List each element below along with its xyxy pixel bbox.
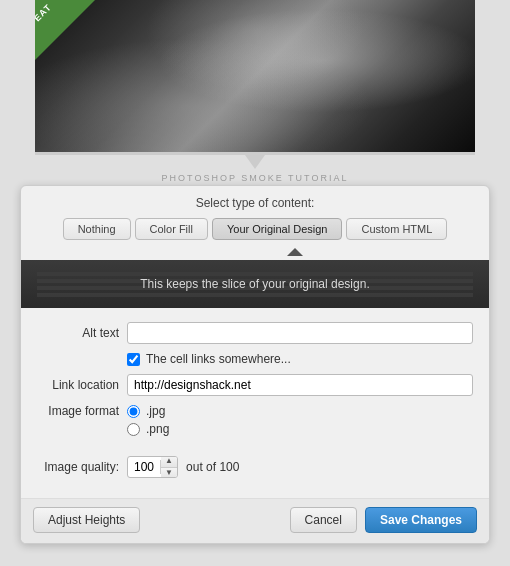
- tabs-row: Nothing Color Fill Your Original Design …: [21, 218, 489, 248]
- image-background: [35, 0, 475, 152]
- image-format-row: Image format .jpg .png: [37, 404, 473, 448]
- image-quality-row: Image quality: 100 ▲ ▼ out of 100: [37, 456, 473, 478]
- jpg-option: .jpg: [127, 404, 169, 418]
- stepper-buttons: ▲ ▼: [161, 456, 177, 478]
- tab-nothing[interactable]: Nothing: [63, 218, 131, 240]
- jpg-radio[interactable]: [127, 405, 140, 418]
- featured-text: FEAT: [35, 2, 53, 28]
- info-banner: This keeps the slice of your original de…: [21, 260, 489, 308]
- alt-text-row: Alt text: [37, 322, 473, 344]
- adjust-heights-button[interactable]: Adjust Heights: [33, 507, 140, 533]
- image-format-label: Image format: [37, 404, 127, 418]
- format-options: .jpg .png: [127, 404, 169, 440]
- save-changes-button[interactable]: Save Changes: [365, 507, 477, 533]
- alt-text-input[interactable]: [127, 322, 473, 344]
- quality-value: 100: [128, 460, 161, 474]
- jpg-label: .jpg: [146, 404, 165, 418]
- stripe-1: [37, 272, 473, 276]
- dialog-title: Select type of content:: [21, 186, 489, 218]
- stripe-4: [37, 293, 473, 297]
- arrow-up-icon: [287, 248, 303, 256]
- stepper-up-button[interactable]: ▲: [161, 456, 177, 467]
- links-checkbox[interactable]: [127, 353, 140, 366]
- featured-badge: FEAT: [35, 0, 95, 60]
- png-label: .png: [146, 422, 169, 436]
- alt-text-label: Alt text: [37, 326, 127, 340]
- link-location-input[interactable]: [127, 374, 473, 396]
- footer-right: Cancel Save Changes: [290, 507, 477, 533]
- stepper-down-button[interactable]: ▼: [161, 467, 177, 479]
- tutorial-label: Photoshop Smoke Tutorial: [0, 169, 510, 185]
- png-option: .png: [127, 422, 169, 436]
- checkbox-label: The cell links somewhere...: [146, 352, 291, 366]
- link-location-label: Link location: [37, 378, 127, 392]
- tab-original-design[interactable]: Your Original Design: [212, 218, 342, 240]
- tab-custom-html[interactable]: Custom HTML: [346, 218, 447, 240]
- tab-color-fill[interactable]: Color Fill: [135, 218, 208, 240]
- cancel-button[interactable]: Cancel: [290, 507, 357, 533]
- quality-suffix: out of 100: [186, 460, 239, 474]
- tab-indicator-arrow: [21, 248, 489, 256]
- png-radio[interactable]: [127, 423, 140, 436]
- form-area: Alt text The cell links somewhere... Lin…: [21, 312, 489, 498]
- checkbox-row: The cell links somewhere...: [127, 352, 473, 366]
- banner-text: This keeps the slice of your original de…: [140, 277, 369, 291]
- content-type-dialog: Select type of content: Nothing Color Fi…: [20, 185, 490, 544]
- pointer-triangle: [0, 155, 510, 169]
- banner-inner: This keeps the slice of your original de…: [37, 270, 473, 298]
- quality-label: Image quality:: [37, 460, 127, 474]
- dialog-footer: Adjust Heights Cancel Save Changes: [21, 498, 489, 543]
- preview-image: FEAT: [35, 0, 475, 155]
- quality-stepper: 100 ▲ ▼: [127, 456, 178, 478]
- link-location-row: Link location: [37, 374, 473, 396]
